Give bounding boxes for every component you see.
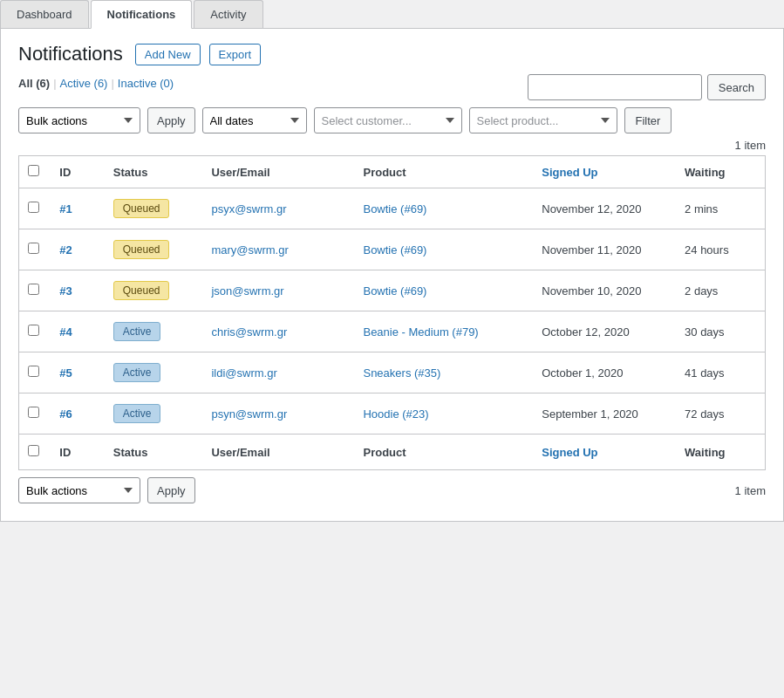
status-badge: Queued [113,199,170,218]
row-waiting: 24 hours [676,229,765,270]
apply-top-button[interactable]: Apply [147,107,195,133]
footer-signed-up[interactable]: Signed Up [533,435,676,470]
bulk-actions-select[interactable]: Bulk actions [18,107,140,133]
row-signed-up: October 12, 2020 [533,311,676,352]
table-row: #4 Active chris@swrm.gr Beanie - Medium … [19,311,766,352]
email-link[interactable]: mary@swrm.gr [211,243,288,257]
row-checkbox[interactable] [28,325,39,336]
tab-notifications[interactable]: Notifications [91,0,193,29]
row-checkbox[interactable] [28,243,39,254]
table-row: #6 Active psyn@swrm.gr Hoodie (#23) Sept… [19,393,766,435]
header-waiting: Waiting [676,156,765,188]
tab-activity[interactable]: Activity [194,0,262,28]
table-row: #3 Queued json@swrm.gr Bowtie (#69) Nove… [19,270,766,311]
row-status: Active [105,311,203,352]
search-input[interactable] [528,74,702,100]
row-id: #5 [51,352,104,393]
row-signed-up: November 10, 2020 [533,270,676,311]
row-email: json@swrm.gr [202,270,354,311]
row-checkbox-cell [19,352,51,393]
row-checkbox[interactable] [28,202,39,213]
row-email: chris@swrm.gr [202,311,354,352]
table-footer-row: ID Status User/Email Product Signed Up W… [19,435,766,470]
row-product: Bowtie (#69) [354,270,533,311]
id-link[interactable]: #2 [59,243,72,257]
row-status: Active [105,393,203,435]
title-row: Notifications Add New Export [18,43,766,65]
page-title: Notifications [18,43,123,65]
bulk-actions-select-bottom[interactable]: Bulk actions [18,477,140,503]
row-checkbox[interactable] [28,407,39,418]
row-status: Queued [105,188,203,229]
row-product: Hoodie (#23) [354,393,533,435]
header-checkbox-cell [19,156,51,188]
id-link[interactable]: #4 [59,325,72,339]
row-checkbox-cell [19,188,51,229]
email-link[interactable]: psyx@swrm.gr [211,202,286,216]
filter-inactive[interactable]: Inactive (0) [118,77,174,90]
row-checkbox-cell [19,229,51,270]
id-link[interactable]: #1 [59,202,72,216]
product-link[interactable]: Sneakers (#35) [363,366,440,380]
id-link[interactable]: #5 [59,366,72,380]
product-link[interactable]: Bowtie (#69) [363,202,426,216]
select-all-checkbox[interactable] [28,165,39,176]
status-badge: Active [113,363,161,382]
product-link[interactable]: Hoodie (#23) [363,407,428,421]
email-link[interactable]: chris@swrm.gr [211,325,287,339]
status-badge: Queued [113,281,170,300]
status-badge: Active [113,404,161,423]
email-link[interactable]: json@swrm.gr [211,284,283,298]
filter-links: All (6) | Active (6) | Inactive (0) [18,77,174,90]
footer-id: ID [51,435,104,470]
row-signed-up: October 1, 2020 [533,352,676,393]
dates-select[interactable]: All dates [202,107,307,133]
email-link[interactable]: ildi@swrm.gr [211,366,276,380]
tab-bar: Dashboard Notifications Activity [0,0,784,29]
row-signed-up: November 12, 2020 [533,188,676,229]
status-badge: Active [113,322,161,341]
customer-select[interactable]: Select customer... [314,107,462,133]
footer-select-all-checkbox[interactable] [28,445,39,456]
apply-bottom-button[interactable]: Apply [147,477,195,503]
product-select[interactable]: Select product... [469,107,617,133]
add-new-button[interactable]: Add New [135,44,201,65]
product-link[interactable]: Bowtie (#69) [363,243,426,257]
row-status: Active [105,352,203,393]
table-row: #5 Active ildi@swrm.gr Sneakers (#35) Oc… [19,352,766,393]
row-checkbox-cell [19,311,51,352]
footer-waiting: Waiting [676,435,765,470]
filter-active[interactable]: Active (6) [60,77,108,90]
row-signed-up: September 1, 2020 [533,393,676,435]
footer-product: Product [354,435,533,470]
row-email: psyx@swrm.gr [202,188,354,229]
row-checkbox-cell [19,393,51,435]
table-header-row: ID Status User/Email Product Signed Up W… [19,156,766,188]
header-email: User/Email [202,156,354,188]
footer-checkbox-cell [19,435,51,470]
export-button[interactable]: Export [209,44,262,65]
header-status: Status [105,156,203,188]
table-row: #1 Queued psyx@swrm.gr Bowtie (#69) Nove… [19,188,766,229]
filter-all[interactable]: All (6) [18,77,50,90]
status-badge: Queued [113,240,170,259]
header-signed-up[interactable]: Signed Up [533,156,676,188]
header-product: Product [354,156,533,188]
row-id: #2 [51,229,104,270]
email-link[interactable]: psyn@swrm.gr [211,407,287,421]
footer-email: User/Email [202,435,354,470]
product-link[interactable]: Beanie - Medium (#79) [363,325,478,339]
id-link[interactable]: #6 [59,407,72,421]
id-link[interactable]: #3 [59,284,72,298]
row-status: Queued [105,229,203,270]
row-email: ildi@swrm.gr [202,352,354,393]
row-checkbox[interactable] [28,366,39,377]
product-link[interactable]: Bowtie (#69) [363,284,426,298]
tab-dashboard[interactable]: Dashboard [0,0,89,28]
filter-button[interactable]: Filter [624,107,672,133]
row-email: mary@swrm.gr [202,229,354,270]
row-checkbox[interactable] [28,284,39,295]
search-button[interactable]: Search [707,74,766,100]
notifications-table: ID Status User/Email Product Signed Up W… [18,155,766,470]
bottom-toolbar: Bulk actions Apply 1 item [18,477,766,503]
